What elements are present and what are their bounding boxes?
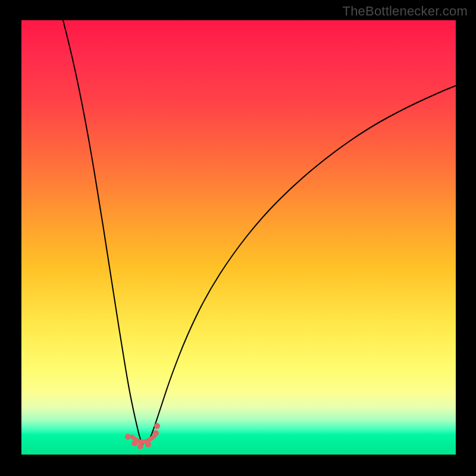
trough-marker: [131, 440, 137, 446]
trough-marker: [125, 434, 131, 440]
trough-marker: [153, 430, 159, 436]
trough-marker: [154, 423, 160, 429]
trough-marker: [145, 441, 151, 447]
curve-layer: [21, 20, 456, 455]
trough-marker: [137, 443, 143, 449]
left-curve: [63, 20, 143, 444]
watermark-text: TheBottlenecker.com: [343, 4, 468, 19]
plot-area: [21, 20, 456, 455]
right-curve: [148, 86, 456, 444]
chart-stage: TheBottlenecker.com: [0, 0, 476, 476]
